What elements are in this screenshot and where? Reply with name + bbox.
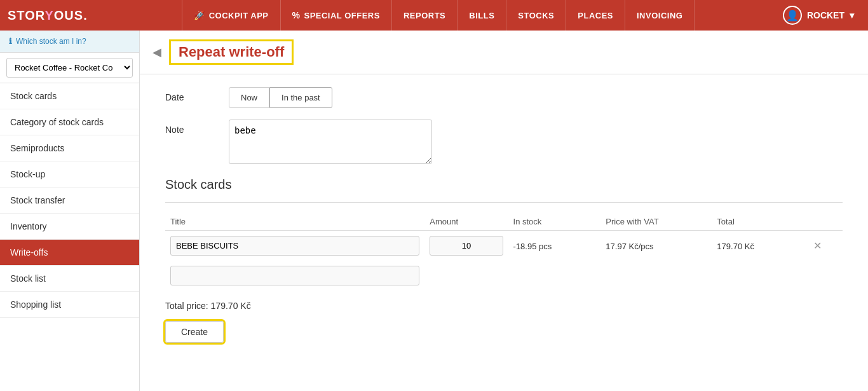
- form-content: Date Now In the past Note bebe Stock car…: [140, 74, 868, 355]
- layout: ℹ Which stock am I in? Rocket Coffee - R…: [0, 31, 868, 391]
- sidebar-info: ℹ Which stock am I in?: [0, 31, 139, 53]
- table-row: -18.95 pcs 17.97 Kč/pcs 179.70 Kč ✕: [165, 231, 843, 261]
- col-total-header: Total: [712, 213, 804, 231]
- table-head: Title Amount In stock Price with VAT Tot…: [165, 213, 843, 231]
- col-amount-header: Amount: [424, 213, 508, 231]
- nav-bills[interactable]: BILLS: [458, 0, 506, 31]
- page-title: Repeat write-off: [169, 39, 294, 65]
- sidebar-item-stock-up[interactable]: Stock-up: [0, 161, 139, 188]
- nav-invoicing[interactable]: INVOICING: [625, 0, 695, 31]
- col-action-header: [804, 213, 843, 231]
- sidebar-nav: Stock cards Category of stock cards Semi…: [0, 83, 139, 391]
- note-textarea[interactable]: bebe: [229, 120, 432, 164]
- back-button[interactable]: ◀: [153, 45, 161, 59]
- row1-remove-button[interactable]: ✕: [810, 240, 825, 252]
- sidebar: ℹ Which stock am I in? Rocket Coffee - R…: [0, 31, 140, 391]
- row1-price-value: 17.97 Kč/pcs: [606, 242, 653, 251]
- special-offers-icon: %: [292, 10, 301, 20]
- note-controls: bebe: [229, 120, 843, 166]
- col-instock-header: In stock: [508, 213, 601, 231]
- sidebar-item-inventory[interactable]: Inventory: [0, 214, 139, 240]
- logo: STORYOUS.: [8, 8, 88, 23]
- section-divider: [165, 202, 843, 203]
- create-button[interactable]: Create: [165, 321, 224, 343]
- sidebar-stock-select-container: Rocket Coffee - Rocket Co: [0, 53, 139, 83]
- nav-reports[interactable]: REPORTS: [392, 0, 458, 31]
- table-header-row: Title Amount In stock Price with VAT Tot…: [165, 213, 843, 231]
- sidebar-item-category-of-stock-cards[interactable]: Category of stock cards: [0, 109, 139, 135]
- sidebar-stock-select[interactable]: Rocket Coffee - Rocket Co: [6, 58, 133, 78]
- date-label: Date: [165, 87, 229, 102]
- row1-title-cell: [165, 231, 424, 261]
- date-button-group: Now In the past: [229, 87, 843, 108]
- nav-places[interactable]: PLACES: [566, 0, 625, 31]
- nav-special-offers[interactable]: % SPECIAL OFFERS: [281, 0, 392, 31]
- col-title-header: Title: [165, 213, 424, 231]
- page-header: ◀ Repeat write-off: [140, 31, 868, 74]
- row1-total-value: 179.70 Kč: [717, 242, 754, 251]
- date-controls: Now In the past: [229, 87, 843, 108]
- row1-instock-value: -18.95 pcs: [513, 242, 552, 251]
- topnav: STORYOUS. 🚀 COCKPIT APP % SPECIAL OFFERS…: [0, 0, 868, 31]
- sidebar-item-stock-transfer[interactable]: Stock transfer: [0, 188, 139, 214]
- stock-cards-title: Stock cards: [165, 177, 843, 192]
- row2-price-cell: [600, 261, 712, 291]
- table-row-empty: [165, 261, 843, 291]
- sidebar-item-stock-list[interactable]: Stock list: [0, 266, 139, 292]
- chevron-down-icon: ▾: [850, 10, 854, 20]
- row2-instock-cell: [508, 261, 601, 291]
- nav-cockpit[interactable]: 🚀 COCKPIT APP: [182, 0, 280, 31]
- row1-action-cell: ✕: [804, 231, 843, 261]
- row2-title-input[interactable]: [170, 266, 419, 285]
- row2-total-cell: [712, 261, 804, 291]
- sidebar-item-semiproducts[interactable]: Semiproducts: [0, 135, 139, 161]
- row1-amount-input[interactable]: [430, 236, 503, 256]
- date-now-button[interactable]: Now: [229, 87, 269, 108]
- note-label: Note: [165, 120, 229, 135]
- row1-total-cell: 179.70 Kč: [712, 231, 804, 261]
- date-row: Date Now In the past: [165, 87, 843, 108]
- create-button-container: Create: [165, 311, 843, 343]
- row1-amount-cell: [424, 231, 508, 261]
- row2-action-cell: [804, 261, 843, 291]
- info-icon: ℹ: [9, 37, 12, 46]
- topnav-user[interactable]: 👤 ROCKET ▾: [776, 6, 860, 25]
- row2-amount-cell: [424, 261, 508, 291]
- cockpit-icon: 🚀: [194, 10, 205, 20]
- row1-price-cell: 17.97 Kč/pcs: [600, 231, 712, 261]
- sidebar-item-write-offs[interactable]: Write-offs: [0, 240, 139, 266]
- sidebar-item-shopping-list[interactable]: Shopping list: [0, 292, 139, 318]
- stock-cards-section: Stock cards Title Amount In stock Price …: [165, 177, 843, 343]
- col-price-header: Price with VAT: [600, 213, 712, 231]
- sidebar-item-stock-cards[interactable]: Stock cards: [0, 83, 139, 109]
- nav-stocks[interactable]: STOCKS: [506, 0, 566, 31]
- topnav-items: 🚀 COCKPIT APP % SPECIAL OFFERS REPORTS B…: [100, 0, 776, 31]
- total-price: Total price: 179.70 Kč: [165, 301, 843, 311]
- avatar: 👤: [783, 6, 802, 25]
- main-content: ◀ Repeat write-off Date Now In the past …: [140, 31, 868, 391]
- row2-title-cell: [165, 261, 424, 291]
- stock-table: Title Amount In stock Price with VAT Tot…: [165, 213, 843, 291]
- table-body: -18.95 pcs 17.97 Kč/pcs 179.70 Kč ✕: [165, 231, 843, 291]
- row1-title-input[interactable]: [170, 236, 419, 256]
- date-past-button[interactable]: In the past: [269, 87, 332, 108]
- row1-instock-cell: -18.95 pcs: [508, 231, 601, 261]
- note-row: Note bebe: [165, 120, 843, 166]
